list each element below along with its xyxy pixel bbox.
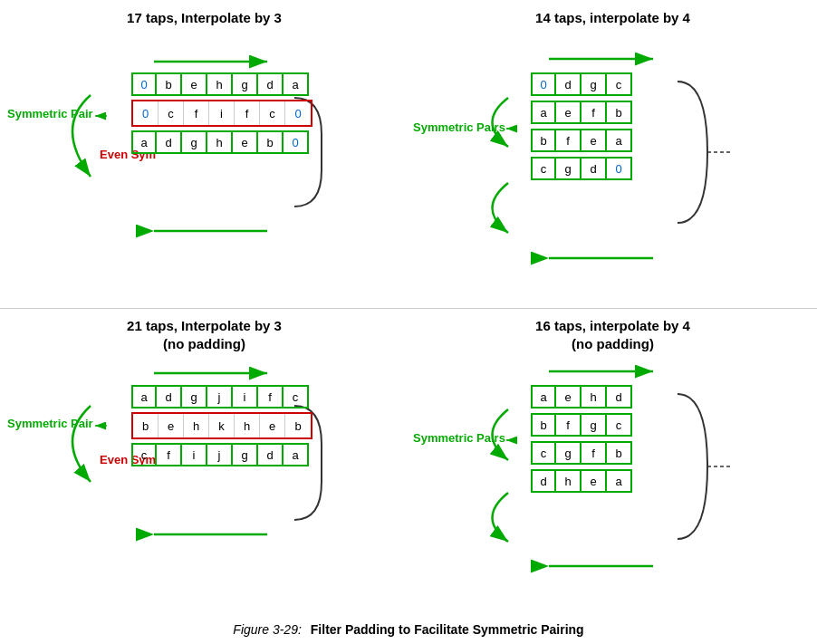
svg-text:Symmetric Pair: Symmetric Pair: [7, 417, 93, 430]
svg-text:Symmetric Pairs: Symmetric Pairs: [413, 120, 505, 134]
cell: f: [184, 101, 209, 125]
filter-row-q3-2: b e h k h e b: [131, 412, 312, 439]
cell: e: [182, 72, 207, 96]
cell: a: [131, 130, 157, 154]
cell: i: [209, 101, 235, 125]
filter-row-q4-4: d h e a: [531, 469, 632, 493]
cell: c: [260, 101, 285, 125]
filter-row-q3-1: a d g j i f c: [131, 385, 312, 409]
filter-row-q4-1: a e h d: [531, 385, 632, 409]
cell: c: [159, 101, 184, 125]
cell: g: [182, 130, 207, 154]
filter-row-q3-3: c f i j g d a: [131, 443, 312, 466]
cell: d: [157, 130, 182, 154]
figure-text: Filter Padding to Facilitate Symmetric P…: [311, 622, 584, 637]
cell: 0: [284, 130, 309, 154]
cell: 0: [131, 72, 157, 96]
filter-row-q2-2: a e f b: [531, 101, 632, 124]
filter-row-q4-2: b f g c: [531, 413, 632, 437]
cell: d: [258, 72, 284, 96]
cell: b: [258, 130, 284, 154]
q1-title: 17 taps, Interpolate by 3: [0, 0, 408, 27]
svg-text:Symmetric Pair: Symmetric Pair: [7, 107, 93, 120]
filter-row-q1-2: 0 c f i f c 0: [131, 100, 312, 127]
cell: f: [235, 101, 260, 125]
cell: a: [284, 72, 309, 96]
cell: b: [157, 72, 182, 96]
cell: e: [233, 130, 258, 154]
figure-label: Figure 3-29:: [233, 622, 301, 637]
filter-row-q1-3: a d g h e b 0: [131, 130, 312, 154]
cell: 0: [133, 101, 159, 125]
filter-row-q2-3: b f e a: [531, 129, 632, 152]
figure-caption: Figure 3-29:Filter Padding to Facilitate…: [0, 622, 817, 637]
cell: 0: [285, 101, 311, 125]
filter-row-q4-3: c g f b: [531, 441, 632, 465]
filter-row-q2-1: 0 d g c: [531, 72, 632, 96]
cell: g: [233, 72, 258, 96]
filter-row-q2-4: c g d 0: [531, 157, 632, 180]
filter-row-q1-1: 0 b e h g d a: [131, 72, 312, 96]
cell: h: [207, 130, 233, 154]
cell: h: [207, 72, 233, 96]
svg-text:Symmetric Pairs: Symmetric Pairs: [413, 431, 505, 445]
